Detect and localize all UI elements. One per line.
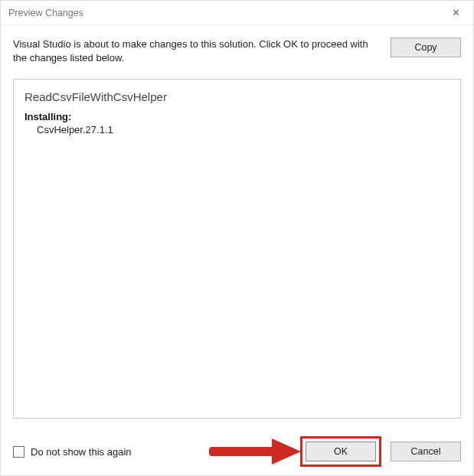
titlebar: Preview Changes ✕ bbox=[1, 1, 473, 25]
ok-button[interactable]: OK bbox=[306, 442, 376, 461]
close-icon: ✕ bbox=[452, 8, 460, 18]
dialog-description: Visual Studio is about to make changes t… bbox=[13, 37, 378, 65]
package-item: CsvHelper.27.1.1 bbox=[25, 124, 449, 135]
header-row: Visual Studio is about to make changes t… bbox=[1, 25, 473, 73]
ok-highlight: OK bbox=[300, 436, 381, 467]
copy-button-label: Copy bbox=[414, 42, 436, 53]
cancel-button-label: Cancel bbox=[411, 446, 441, 457]
dialog-title: Preview Changes bbox=[8, 8, 83, 18]
do-not-show-wrap: Do not show this again bbox=[13, 446, 291, 458]
preview-changes-dialog: Preview Changes ✕ Visual Studio is about… bbox=[0, 0, 474, 476]
project-name: ReadCsvFileWithCsvHelper bbox=[25, 90, 449, 103]
changes-panel: ReadCsvFileWithCsvHelper Installing: Csv… bbox=[13, 79, 461, 419]
ok-button-label: OK bbox=[334, 446, 348, 457]
do-not-show-checkbox[interactable] bbox=[13, 446, 25, 458]
close-button[interactable]: ✕ bbox=[438, 1, 473, 24]
footer: Do not show this again OK Cancel bbox=[1, 428, 473, 475]
cancel-button[interactable]: Cancel bbox=[391, 442, 461, 461]
do-not-show-label: Do not show this again bbox=[31, 446, 132, 458]
copy-button[interactable]: Copy bbox=[391, 37, 461, 57]
installing-label: Installing: bbox=[25, 111, 449, 122]
